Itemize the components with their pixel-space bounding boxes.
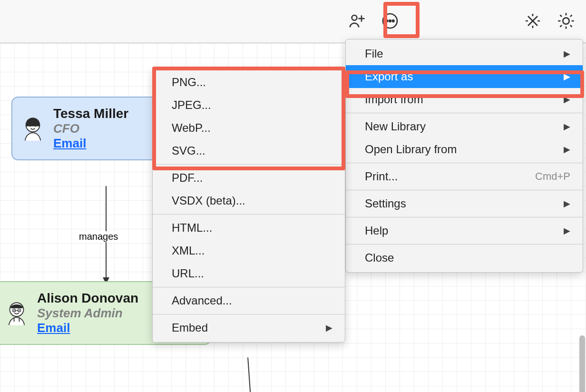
card-body: Alison Donovan System Admin Email xyxy=(37,291,138,335)
chevron-right-icon: ▶ xyxy=(564,144,570,155)
menu-item-label: Import from xyxy=(365,93,423,106)
svg-line-13 xyxy=(570,25,572,27)
menu-item-export-as[interactable]: Export as ▶ xyxy=(346,65,583,88)
menu-item-label: JPEG... xyxy=(172,98,211,112)
svg-point-0 xyxy=(352,15,357,20)
card-title: CFO xyxy=(53,121,128,136)
share-user-icon xyxy=(347,11,366,30)
svg-line-14 xyxy=(560,25,562,27)
menu-item-open-library-from[interactable]: Open Library from ▶ xyxy=(346,138,583,161)
svg-point-18 xyxy=(35,125,37,127)
card-email-link[interactable]: Email xyxy=(37,321,138,335)
menu-item-label: Advanced... xyxy=(172,294,232,307)
svg-point-17 xyxy=(29,125,31,127)
chevron-right-icon: ▶ xyxy=(564,225,570,236)
menu-item-label: PDF... xyxy=(172,171,203,185)
menu-item-settings[interactable]: Settings ▶ xyxy=(346,192,583,215)
menu-item-new-library[interactable]: New Library ▶ xyxy=(346,115,583,138)
card-email-link[interactable]: Email xyxy=(53,136,128,151)
svg-point-4 xyxy=(386,20,388,22)
edge-label: manages xyxy=(76,231,121,242)
chevron-right-icon: ▶ xyxy=(564,71,570,82)
menu-item-export-webp[interactable]: WebP... xyxy=(153,117,345,139)
menu-item-export-url[interactable]: URL... xyxy=(153,262,345,285)
sun-icon xyxy=(557,11,576,30)
menu-item-help[interactable]: Help ▶ xyxy=(346,219,583,242)
menu-item-export-svg[interactable]: SVG... xyxy=(153,139,345,162)
export-as-submenu: PNG... JPEG... WebP... SVG... PDF... VSD… xyxy=(152,68,345,343)
menu-item-export-vsdx[interactable]: VSDX (beta)... xyxy=(153,189,345,212)
menu-item-label: VSDX (beta)... xyxy=(172,194,245,207)
menu-item-import-from[interactable]: Import from ▶ xyxy=(346,88,583,111)
svg-line-12 xyxy=(560,15,562,17)
chevron-right-icon: ▶ xyxy=(564,49,570,59)
more-menu-button[interactable] xyxy=(380,10,400,31)
menu-item-label: File xyxy=(365,47,383,60)
menu-item-export-advanced[interactable]: Advanced... xyxy=(153,289,345,312)
avatar-icon xyxy=(19,115,47,142)
avatar-icon xyxy=(3,299,30,327)
menu-item-export-png[interactable]: PNG... xyxy=(153,71,345,94)
menu-item-file[interactable]: File ▶ xyxy=(346,42,583,65)
menu-item-export-embed[interactable]: Embed ▶ xyxy=(153,316,345,339)
menu-item-label: Open Library from xyxy=(365,143,457,156)
menu-item-label: XML... xyxy=(172,244,205,257)
top-toolbar xyxy=(0,0,586,43)
magic-wand-icon xyxy=(523,11,542,30)
menu-item-label: HTML... xyxy=(172,221,212,235)
menu-item-label: Close xyxy=(365,251,394,265)
menu-item-export-html[interactable]: HTML... xyxy=(153,216,345,239)
menu-item-label: URL... xyxy=(172,267,204,280)
menu-item-label: SVG... xyxy=(172,144,205,157)
svg-point-24 xyxy=(19,310,20,311)
svg-line-15 xyxy=(570,15,572,17)
card-body: Tessa Miller CFO Email xyxy=(53,106,128,151)
svg-point-6 xyxy=(392,20,394,22)
menu-item-label: WebP... xyxy=(172,121,211,135)
menu-item-shortcut: Cmd+P xyxy=(535,170,570,183)
card-name: Tessa Miller xyxy=(53,106,128,121)
menu-item-label: PNG... xyxy=(172,76,206,89)
svg-point-5 xyxy=(389,20,391,22)
chevron-right-icon: ▶ xyxy=(564,94,570,105)
menu-item-label: Help xyxy=(365,224,388,237)
svg-point-7 xyxy=(563,18,569,24)
menu-item-export-pdf[interactable]: PDF... xyxy=(153,167,345,189)
chevron-right-icon: ▶ xyxy=(326,323,332,333)
more-menu: File ▶ Export as ▶ Import from ▶ New Lib… xyxy=(345,39,583,273)
menu-item-close[interactable]: Close xyxy=(346,246,583,269)
menu-item-label: Settings xyxy=(365,197,406,210)
menu-item-label: Embed xyxy=(172,321,208,334)
card-title: System Admin xyxy=(37,306,138,321)
edge-line xyxy=(247,357,254,392)
menu-item-export-jpeg[interactable]: JPEG... xyxy=(153,94,345,117)
chevron-right-icon: ▶ xyxy=(564,198,570,209)
vertical-scrollbar[interactable] xyxy=(579,335,585,392)
toolbar-icon-group xyxy=(346,10,576,31)
menu-item-label: Print... xyxy=(365,170,398,183)
theme-button[interactable] xyxy=(556,10,576,31)
menu-item-export-xml[interactable]: XML... xyxy=(153,239,345,262)
menu-item-label: Export as xyxy=(365,70,413,83)
share-button[interactable] xyxy=(346,10,367,31)
more-horizontal-icon xyxy=(381,11,400,30)
menu-item-label: New Library xyxy=(365,120,426,133)
chevron-right-icon: ▶ xyxy=(564,121,570,132)
style-button[interactable] xyxy=(522,10,543,31)
card-name: Alison Donovan xyxy=(37,291,138,306)
menu-item-print[interactable]: Print... Cmd+P xyxy=(346,165,583,188)
svg-point-23 xyxy=(13,310,14,311)
